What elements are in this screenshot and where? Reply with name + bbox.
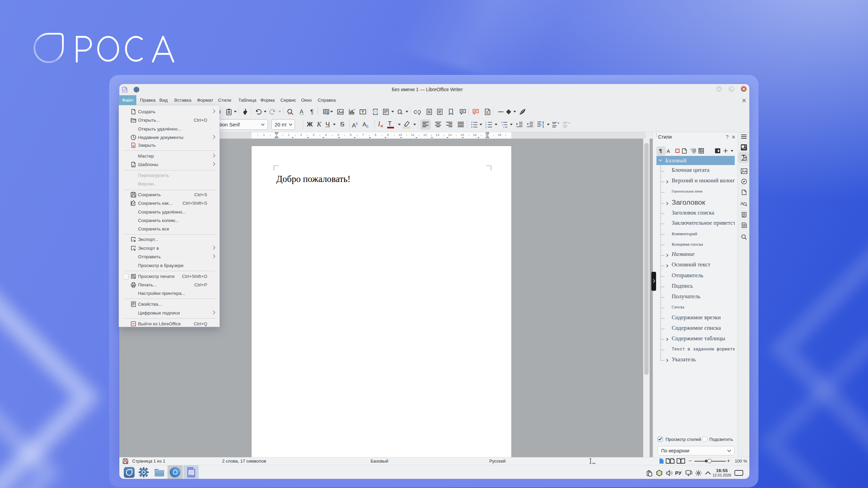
svg-text:3: 3 <box>485 126 487 128</box>
svg-text:А: А <box>741 201 744 206</box>
svg-text:2: 2 <box>485 124 487 126</box>
svg-text:i: i <box>440 112 441 115</box>
svg-text:Ω: Ω <box>397 108 402 115</box>
svg-text:1: 1 <box>485 121 487 124</box>
svg-text:I: I <box>378 121 380 127</box>
svg-text:1: 1 <box>430 108 431 111</box>
svg-text:A: A <box>300 109 303 115</box>
svg-text:¶: ¶ <box>310 108 314 115</box>
